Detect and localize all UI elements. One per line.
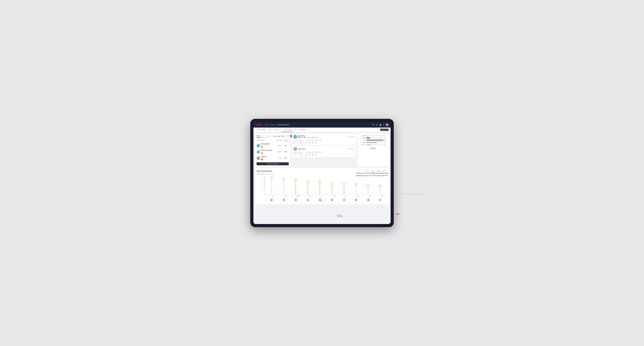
streak-player-name: D. Billingham (296, 194, 300, 198)
bar-track-dbogeys (366, 144, 384, 145)
team-header: Team Clippd | 14 Players ✏️ Show Last 3 … (256, 135, 289, 138)
x-label-200: 200 (372, 146, 373, 147)
streak-bubble: 4x (354, 182, 358, 185)
streak-bubble: 6x (294, 178, 297, 181)
chart-x-label: 0 200 400 (359, 146, 388, 147)
streak-player-name: R. Britt (320, 195, 322, 198)
grid-view-icon[interactable]: ⊞ (285, 135, 287, 137)
card-date-rees: 02 Sep 2023 (347, 136, 354, 137)
streak-bubble: 3x (366, 184, 370, 188)
bar-fill-pars (366, 140, 384, 141)
stat-values-rounds-josh: Tournament 7 Practice 2 (293, 153, 304, 156)
streak-chart: Best Streak, Fairway Accuracy 7 5 3 1 (257, 176, 387, 202)
legend-tournament: Tournament (304, 137, 312, 138)
avatar-cameron (256, 156, 260, 160)
streak-line (380, 188, 380, 194)
tab-all-players[interactable]: All Players (298, 128, 308, 132)
tab-team-clippd[interactable]: Team Clippd (282, 128, 292, 132)
nav-link-my-performance[interactable]: My Performance (278, 124, 289, 126)
stat-val-arg: 0 (312, 142, 314, 144)
streak-bubble: 6x (282, 178, 285, 181)
streak-player-name: C. Quick (380, 195, 383, 198)
streak-bubble: 4x (330, 182, 334, 185)
bar-label-pars: Pars (359, 140, 366, 141)
player-row: Richard Butler 1 19/20 110 (256, 142, 289, 149)
view-leaderboard-button[interactable]: View Full Leaderboard (256, 162, 289, 165)
player-card-josh: Josh Coles 26 Aug 2023 Total Rounds Tour (292, 146, 356, 157)
x-axis-label: Players (320, 200, 324, 202)
x-label-0: 0 (359, 146, 359, 147)
bar-value-dbogeys: 131 (384, 144, 388, 145)
stat-label-rounds: Total Rounds (293, 140, 304, 141)
card-avatar-rees (293, 135, 297, 139)
people-icon[interactable]: 👤 (376, 124, 378, 126)
show-select[interactable]: Last 3 months (272, 135, 284, 137)
streak-line (284, 181, 284, 194)
nav-link-home[interactable]: Home (264, 124, 268, 126)
bell-icon[interactable]: 🔔 (380, 124, 382, 126)
card-stats-josh: Total Rounds Tournament 7 Practice (293, 152, 354, 156)
player-name-richard: Richard Butler (261, 143, 276, 145)
target-icon[interactable]: ⊕ (383, 124, 384, 126)
stat-label-rounds-josh: Total Rounds (293, 152, 304, 153)
bar-row-pars: Pars 499 (359, 140, 388, 141)
streak-bar-group: 4xD. Ford (339, 185, 349, 194)
y-tick-7: 7 (262, 176, 262, 177)
bar-value-pars: 499 (384, 140, 388, 141)
bar-track-birdies (366, 137, 384, 139)
stat-values-activities-josh: OTT 0 APP 0 ARG (306, 153, 322, 156)
tabs-bar: PGAT Players PGA Hcaps 1-5 Team Clippd T… (254, 128, 390, 132)
streaks-arrow-icon: ← (273, 170, 275, 172)
stat-values-rounds: Tournament 8 Practice 4 (293, 141, 304, 144)
bar-fill-dbogeys (366, 144, 371, 145)
badge-1: 1 (261, 146, 263, 148)
tab-tour[interactable]: Tour (292, 128, 298, 132)
player-cards: Rees Britt Rounds Tournament (292, 134, 356, 167)
streak-line (332, 185, 332, 194)
player-info-edward: Edward Crossman 2 (261, 149, 276, 154)
streak-player-avatar (331, 199, 333, 201)
stat-val-practice-josh: 2 (300, 154, 304, 156)
stat-val-tournament-josh: 7 (293, 154, 299, 156)
bar-track-pars (366, 140, 384, 141)
bar-row-bogeys: Bogeys 311 (359, 142, 388, 143)
streak-bar-group: 3xR. Butler (363, 188, 373, 194)
stat-values-activities: OTT 0 APP 0 ARG (306, 141, 322, 144)
player-info-cameron: Cameron... 3 (261, 156, 276, 161)
avatar[interactable] (386, 123, 388, 126)
bar-label-bogeys: Bogeys (359, 142, 366, 143)
nav-link-teams[interactable]: Teams (271, 124, 276, 126)
y-tick-5: 5 (262, 181, 262, 182)
tab-hcaps[interactable]: Hcaps 1-5 (273, 128, 282, 132)
total-shots-label: Total Shots (359, 148, 388, 149)
player-row: Cameron... 3 17/20 103 (256, 155, 289, 161)
tab-pgat[interactable]: PGAT Players (256, 128, 267, 132)
streak-bubble: 3x (378, 184, 382, 188)
stat-val-arg-josh: 0 (312, 154, 314, 156)
search-icon[interactable]: 🔍 (372, 124, 374, 126)
player-card-rees: Rees Britt Rounds Tournament (292, 134, 356, 145)
streak-bubble: 7x (270, 176, 273, 179)
card-avatar-josh (293, 147, 297, 151)
badge-2: 2 (261, 152, 263, 154)
streak-player-name: R. Butler (368, 195, 371, 198)
x-label-400: 400 (386, 146, 388, 147)
team-table-card: Team Clippd | 14 Players ✏️ Show Last 3 … (255, 134, 290, 167)
streak-line (296, 181, 296, 194)
streak-line (320, 183, 320, 194)
bar-label-dbogeys: D. Bogeys + (359, 144, 366, 145)
bar-label-eagles: Eagles (359, 135, 366, 136)
stat-val-tournament: 8 (293, 142, 299, 144)
streak-line (308, 183, 308, 194)
streak-line (344, 185, 344, 194)
streak-player-avatar (270, 199, 273, 201)
add-team-button[interactable]: Add Team (380, 129, 388, 131)
list-view-icon[interactable]: ☰ (288, 135, 290, 137)
stat-val-putt: 0 (315, 142, 318, 144)
streak-player-avatar (306, 199, 309, 201)
streak-player-name: D. Ford (344, 195, 347, 198)
streak-bar-group: 5xR. Britt (315, 183, 324, 194)
bar-value-birdies: 96 (384, 137, 388, 139)
edit-icon[interactable]: ✏️ (266, 136, 268, 138)
tab-pga[interactable]: PGA (267, 128, 273, 132)
